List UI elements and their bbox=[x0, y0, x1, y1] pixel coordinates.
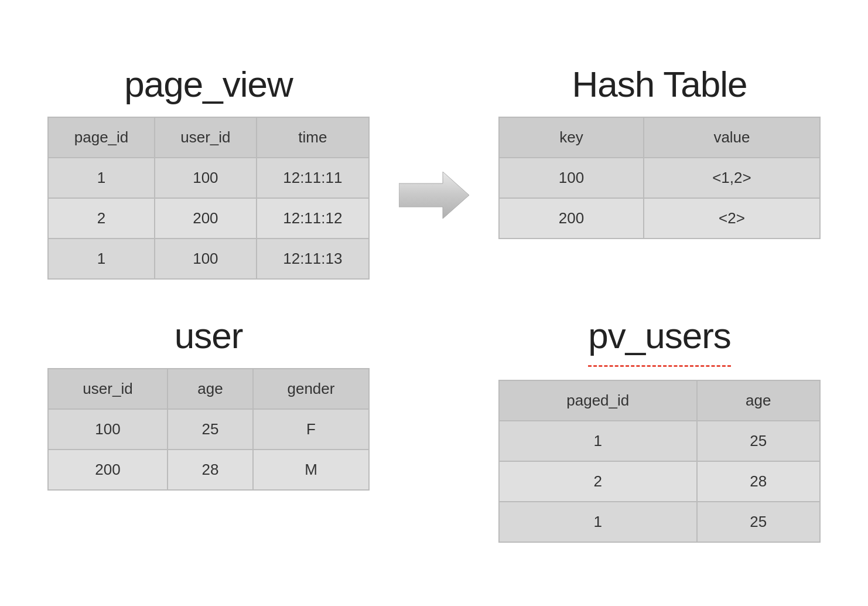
cell: 200 bbox=[48, 450, 168, 490]
cell: 1 bbox=[499, 421, 697, 461]
cell: 100 bbox=[155, 158, 257, 198]
cell: 28 bbox=[697, 461, 820, 502]
user-table-wrapper: user_id age gender 100 25 F 200 28 M bbox=[47, 368, 370, 491]
user-col-age: age bbox=[168, 369, 253, 409]
cell: 12:11:11 bbox=[257, 158, 369, 198]
table-row: 100 <1,2> bbox=[499, 158, 820, 198]
page-view-header-row: page_id user_id time bbox=[48, 117, 369, 158]
main-container: page_view page_id user_id time 1 100 12:… bbox=[24, 40, 844, 566]
table-row: 200 <2> bbox=[499, 198, 820, 239]
cell: 100 bbox=[48, 409, 168, 450]
cell: 2 bbox=[48, 198, 155, 239]
user-header-row: user_id age gender bbox=[48, 369, 369, 409]
cell: 12:11:12 bbox=[257, 198, 369, 239]
page-view-table: page_id user_id time 1 100 12:11:11 2 20… bbox=[47, 117, 370, 280]
arrow-area bbox=[381, 110, 487, 280]
table-row: 200 28 M bbox=[48, 450, 369, 490]
svg-marker-0 bbox=[399, 172, 469, 219]
hash-table-section: Hash Table key value 100 <1,2> 200 bbox=[498, 63, 821, 280]
cell: 2 bbox=[499, 461, 697, 502]
cell: 28 bbox=[168, 450, 253, 490]
pv-users-col-paged-id: paged_id bbox=[499, 380, 697, 421]
page-view-title: page_view bbox=[124, 63, 292, 105]
pv-users-title-wrapper: pv_users bbox=[588, 315, 731, 368]
cell: M bbox=[253, 450, 369, 490]
user-title: user bbox=[175, 315, 243, 356]
user-col-user-id: user_id bbox=[48, 369, 168, 409]
table-row: 100 25 F bbox=[48, 409, 369, 450]
pv-users-underline bbox=[588, 365, 731, 367]
user-table: user_id age gender 100 25 F 200 28 M bbox=[47, 368, 370, 491]
cell: 1 bbox=[48, 158, 155, 198]
cell: F bbox=[253, 409, 369, 450]
user-section: user user_id age gender 100 25 F bbox=[47, 315, 370, 543]
hash-table-col-key: key bbox=[499, 117, 644, 158]
cell: 25 bbox=[168, 409, 253, 450]
table-row: 2 28 bbox=[499, 461, 820, 502]
cell: 200 bbox=[155, 198, 257, 239]
page-view-col-time: time bbox=[257, 117, 369, 158]
cell: 100 bbox=[155, 239, 257, 279]
pv-users-table-wrapper: paged_id age 1 25 2 28 1 25 bbox=[498, 380, 821, 543]
cell: 12:11:13 bbox=[257, 239, 369, 279]
user-col-gender: gender bbox=[253, 369, 369, 409]
cell: <2> bbox=[644, 198, 820, 239]
cell: 100 bbox=[499, 158, 644, 198]
right-arrow-icon bbox=[399, 172, 469, 219]
page-view-section: page_view page_id user_id time 1 100 12:… bbox=[47, 63, 370, 280]
table-row: 2 200 12:11:12 bbox=[48, 198, 369, 239]
table-row: 1 100 12:11:13 bbox=[48, 239, 369, 279]
table-row: 1 100 12:11:11 bbox=[48, 158, 369, 198]
hash-table-header-row: key value bbox=[499, 117, 820, 158]
table-row: 1 25 bbox=[499, 421, 820, 461]
cell: 25 bbox=[697, 421, 820, 461]
cell: <1,2> bbox=[644, 158, 820, 198]
cell: 1 bbox=[499, 502, 697, 542]
hash-table: key value 100 <1,2> 200 <2> bbox=[498, 117, 821, 239]
pv-users-title: pv_users bbox=[588, 315, 731, 356]
pv-users-header-row: paged_id age bbox=[499, 380, 820, 421]
pv-users-col-age: age bbox=[697, 380, 820, 421]
hash-table-col-value: value bbox=[644, 117, 820, 158]
hash-table-title: Hash Table bbox=[572, 63, 747, 105]
page-view-col-page-id: page_id bbox=[48, 117, 155, 158]
cell: 200 bbox=[499, 198, 644, 239]
pv-users-section: pv_users paged_id age 1 25 2 bbox=[498, 315, 821, 543]
hash-table-wrapper: key value 100 <1,2> 200 <2> bbox=[498, 117, 821, 239]
page-view-col-user-id: user_id bbox=[155, 117, 257, 158]
cell: 25 bbox=[697, 502, 820, 542]
cell: 1 bbox=[48, 239, 155, 279]
table-row: 1 25 bbox=[499, 502, 820, 542]
page-view-table-wrapper: page_id user_id time 1 100 12:11:11 2 20… bbox=[47, 117, 370, 280]
pv-users-table: paged_id age 1 25 2 28 1 25 bbox=[498, 380, 821, 543]
